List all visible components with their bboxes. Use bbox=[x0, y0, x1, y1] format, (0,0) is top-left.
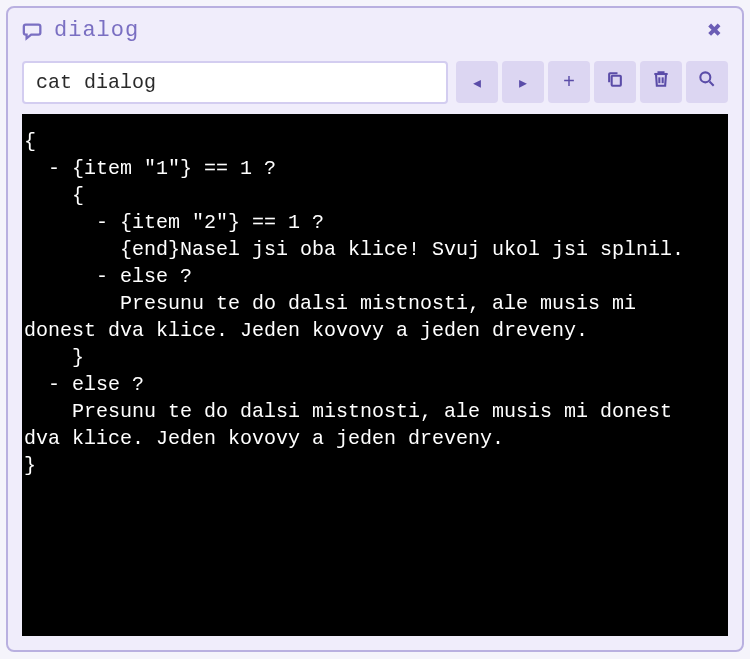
titlebar: dialog ✖ bbox=[8, 8, 742, 55]
svg-point-1 bbox=[700, 72, 710, 82]
command-input[interactable] bbox=[22, 61, 448, 104]
close-button[interactable]: ✖ bbox=[702, 16, 728, 45]
next-button[interactable]: ▸ bbox=[502, 61, 544, 103]
search-button[interactable] bbox=[686, 61, 728, 103]
triangle-right-icon: ▸ bbox=[517, 70, 529, 95]
toolbar: ◂ ▸ + bbox=[8, 55, 742, 114]
svg-rect-0 bbox=[612, 76, 621, 86]
prev-button[interactable]: ◂ bbox=[456, 61, 498, 103]
add-button[interactable]: + bbox=[548, 61, 590, 103]
console-output: { - {item "1"} == 1 ? { - {item "2"} == … bbox=[22, 114, 728, 636]
panel-title: dialog bbox=[54, 18, 692, 43]
delete-button[interactable] bbox=[640, 61, 682, 103]
chat-icon bbox=[22, 20, 44, 42]
close-icon: ✖ bbox=[708, 18, 722, 45]
trash-icon bbox=[651, 69, 671, 95]
copy-button[interactable] bbox=[594, 61, 636, 103]
search-icon bbox=[697, 69, 717, 95]
copy-icon bbox=[605, 69, 625, 95]
tool-buttons: ◂ ▸ + bbox=[456, 61, 728, 104]
plus-icon: + bbox=[563, 71, 575, 94]
dialog-panel: dialog ✖ ◂ ▸ + bbox=[6, 6, 744, 652]
triangle-left-icon: ◂ bbox=[471, 70, 483, 95]
